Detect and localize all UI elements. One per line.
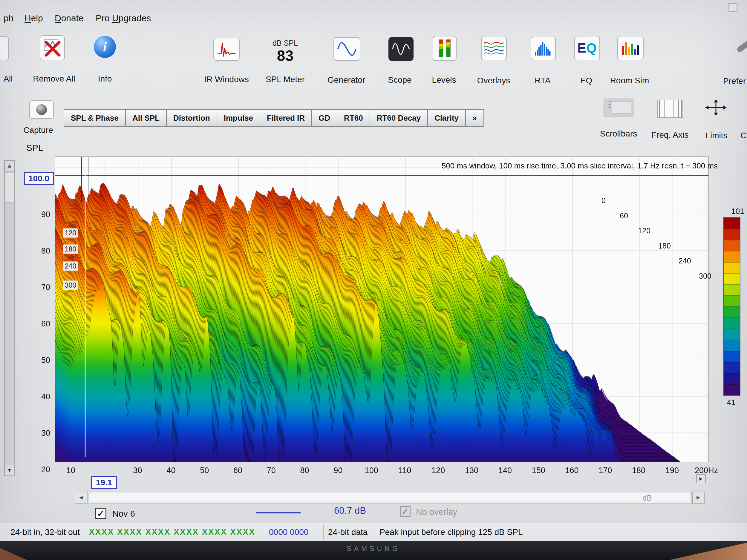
info-icon: i bbox=[103, 40, 107, 54]
tab-clarity[interactable]: Clarity bbox=[427, 109, 466, 127]
tab-rt60-decay[interactable]: RT60 Decay bbox=[369, 109, 428, 127]
limits-label: Limits bbox=[687, 131, 746, 140]
status-input-meter: XXXX XXXX XXXX XXXX XXXX XXXX bbox=[89, 528, 256, 537]
menu-item[interactable]: Help bbox=[25, 13, 43, 23]
status-bit-depth: 24-bit data bbox=[328, 528, 367, 537]
spl-meter-button[interactable]: dB SPL 83 bbox=[261, 38, 310, 74]
x-axis-tick: 150 bbox=[532, 466, 545, 475]
tab-impulse[interactable]: Impulse bbox=[216, 109, 260, 127]
scrollbars-control-icon[interactable]: ⋮ bbox=[603, 99, 634, 116]
scroll-right-button[interactable]: ► bbox=[692, 491, 704, 504]
toolbar-room-sim-label: Room Sim bbox=[600, 76, 660, 85]
db-watermark: dB bbox=[642, 494, 652, 503]
menu-bar: phHelpDonatePro Upgrades bbox=[4, 13, 422, 26]
limits-control-icon[interactable] bbox=[704, 99, 729, 117]
y-axis-tick: 40 bbox=[27, 392, 50, 401]
status-io: 24-bit in, 32-bit out bbox=[10, 528, 80, 537]
scope-icon bbox=[391, 41, 411, 57]
eq-icon: EQ bbox=[577, 41, 597, 56]
freq-axis-pan-right-button[interactable]: ► bbox=[696, 474, 706, 483]
x-axis-tick: 130 bbox=[465, 466, 479, 475]
generator-sine-icon bbox=[337, 40, 357, 58]
x-axis-tick: 60 bbox=[233, 466, 242, 475]
levels-button[interactable] bbox=[433, 36, 457, 61]
capture-label: Capture bbox=[8, 126, 68, 135]
x-axis-tick: 40 bbox=[166, 466, 175, 475]
x-axis-tick: 50 bbox=[200, 466, 209, 475]
tab-filtered-ir[interactable]: Filtered IR bbox=[260, 109, 312, 127]
generator-button[interactable] bbox=[333, 37, 360, 61]
menu-item[interactable]: ph bbox=[4, 13, 14, 23]
tab-rt60[interactable]: RT60 bbox=[337, 109, 370, 127]
overlays-button[interactable] bbox=[481, 36, 507, 60]
tab-gd[interactable]: GD bbox=[311, 109, 337, 127]
spl-meter-value: 83 bbox=[261, 47, 310, 64]
levels-meter-icon bbox=[439, 39, 450, 57]
scroll-down-button[interactable]: ▼ bbox=[4, 465, 15, 476]
vertical-scrollbar[interactable]: ▲ ▼ bbox=[4, 160, 15, 476]
measurement-tab-bar: SPL & PhaseAll SPLDistortionImpulseFilte… bbox=[63, 109, 484, 127]
x-axis-tick: 70 bbox=[267, 466, 276, 475]
preferences-wrench-icon[interactable] bbox=[736, 36, 747, 53]
y-axis-limit-box[interactable]: 100.0 bbox=[24, 172, 54, 185]
scope-button[interactable] bbox=[388, 37, 414, 61]
spl-meter-unit: dB SPL bbox=[261, 39, 310, 48]
cursor-frequency-box: 19.1 bbox=[91, 476, 117, 489]
capture-button[interactable] bbox=[29, 100, 54, 119]
tab-spl-phase[interactable]: SPL & Phase bbox=[63, 109, 126, 127]
menu-item[interactable]: Pro Upgrades bbox=[96, 13, 151, 23]
scroll-left-button[interactable]: ◄ bbox=[75, 491, 87, 504]
scrollbar-thumb[interactable] bbox=[5, 172, 14, 203]
room-sim-icon bbox=[620, 39, 641, 57]
no-overlay-label: No overlay bbox=[416, 507, 458, 517]
waterfall-plot-area[interactable] bbox=[55, 157, 709, 462]
x-axis-tick: 160 bbox=[565, 466, 578, 475]
eq-button[interactable]: EQ bbox=[574, 36, 600, 60]
plot-header-text: 500 ms window, 100 ms rise time, 3.00 ms… bbox=[442, 161, 718, 170]
measurement-name[interactable]: Nov 6 bbox=[112, 509, 135, 519]
colorbar-max-label: 101 bbox=[727, 207, 747, 216]
partial-control-label: C bbox=[741, 131, 747, 140]
horizontal-scrollbar[interactable] bbox=[87, 491, 692, 504]
colorbar-min-label: 41 bbox=[721, 398, 742, 407]
capture-lens-icon bbox=[36, 104, 47, 115]
x-axis-tick: 180 bbox=[632, 466, 645, 475]
status-sample-counter: 0000 0000 bbox=[269, 528, 308, 537]
ir-windows-icon bbox=[216, 41, 237, 58]
y-axis-tick: 70 bbox=[27, 283, 50, 292]
toolbar-preferences-label: Prefer bbox=[723, 77, 747, 86]
ir-windows-button[interactable] bbox=[213, 37, 240, 61]
scroll-up-button[interactable]: ▲ bbox=[4, 160, 15, 171]
info-button[interactable]: i bbox=[94, 36, 116, 58]
no-overlay-checkbox[interactable] bbox=[400, 506, 411, 517]
horizontal-scrollbar-thumb[interactable] bbox=[88, 493, 690, 502]
measurement-checkbox[interactable] bbox=[95, 508, 106, 519]
menu-item[interactable]: Donate bbox=[55, 13, 84, 23]
room-sim-button[interactable] bbox=[617, 36, 644, 60]
x-axis-tick: 90 bbox=[333, 466, 342, 475]
trace-color-line bbox=[256, 512, 301, 513]
rta-button[interactable] bbox=[531, 36, 556, 60]
overlays-icon bbox=[484, 39, 505, 57]
toolbar-ir-windows-label: IR Windows bbox=[197, 75, 256, 84]
status-bar: 24-bit in, 32-bit out XXXX XXXX XXXX XXX… bbox=[0, 523, 747, 541]
y-axis-tick: 80 bbox=[27, 246, 50, 256]
remove-all-partial-icon[interactable] bbox=[0, 36, 9, 60]
remove-all-icon bbox=[43, 38, 62, 58]
maximize-icon[interactable] bbox=[728, 3, 738, 12]
tab-all-spl[interactable]: All SPL bbox=[125, 109, 167, 127]
status-peak-input: Peak input before clipping 125 dB SPL bbox=[380, 528, 523, 537]
monitor-bezel: SAMSUNG bbox=[0, 541, 747, 560]
x-axis-tick: 120 bbox=[432, 466, 445, 475]
waterfall-graph-canvas[interactable] bbox=[55, 157, 709, 462]
x-axis-tick: 200Hz bbox=[695, 466, 718, 475]
toolbar-generator-label: Generator bbox=[316, 75, 376, 85]
monitor-brand: SAMSUNG bbox=[0, 545, 747, 553]
y-axis-tick: 20 bbox=[27, 465, 50, 474]
tab-distortion[interactable]: Distortion bbox=[166, 109, 217, 127]
x-axis-tick: 80 bbox=[300, 466, 309, 475]
tab--[interactable]: » bbox=[465, 109, 484, 127]
remove-all-button[interactable] bbox=[40, 35, 65, 60]
freq-axis-control-icon[interactable] bbox=[658, 100, 683, 118]
x-axis-tick: 140 bbox=[498, 466, 512, 475]
